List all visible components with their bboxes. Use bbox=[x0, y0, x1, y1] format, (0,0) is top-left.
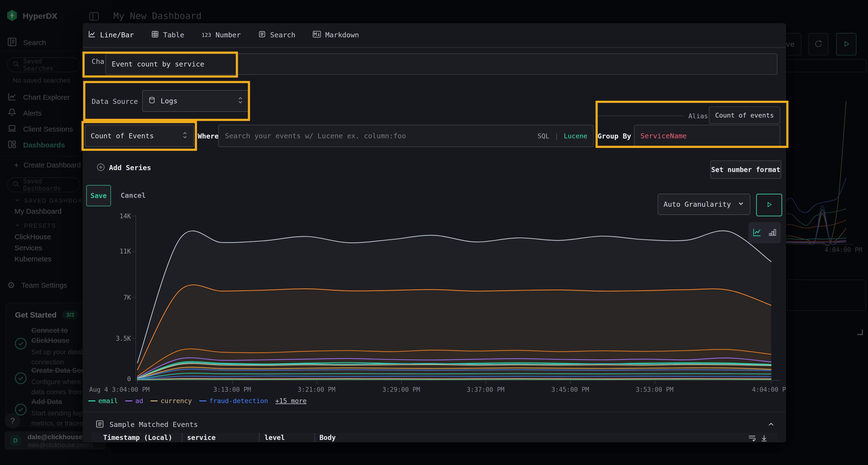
column-header-body[interactable]: Body bbox=[319, 434, 336, 442]
column-separator[interactable] bbox=[259, 433, 260, 442]
y-tick-mark bbox=[132, 297, 136, 298]
line-chart-icon bbox=[88, 30, 96, 40]
legend-swatch bbox=[125, 400, 132, 401]
where-input[interactable] bbox=[224, 132, 529, 140]
x-tick-mark bbox=[655, 381, 655, 384]
x-tick-label: 3:29:00 PM bbox=[372, 386, 430, 393]
column-separator[interactable] bbox=[182, 433, 183, 442]
y-tick-mark bbox=[132, 216, 136, 217]
lucene-mode-button[interactable]: Lucene bbox=[564, 132, 587, 140]
table-header-row: Timestamp (Local) service level Body bbox=[91, 433, 777, 442]
chart-legend: email ad currency fraud-detection +15 mo… bbox=[88, 397, 307, 404]
annotation-box-chart-name bbox=[83, 52, 238, 77]
x-tick-mark bbox=[570, 381, 571, 384]
x-tick-label: 3:53:00 PM bbox=[626, 386, 684, 393]
annotation-box-groupby bbox=[595, 101, 788, 148]
y-tick-label: 14K bbox=[112, 212, 131, 220]
legend-item-currency[interactable]: currency bbox=[151, 397, 192, 404]
text-wrap-icon[interactable] bbox=[748, 434, 756, 442]
column-separator[interactable] bbox=[314, 433, 315, 442]
x-tick-label: 3:13:00 PM bbox=[203, 386, 261, 393]
x-tick-mark bbox=[317, 381, 317, 384]
list-doc-icon bbox=[95, 420, 104, 429]
x-tick-mark bbox=[232, 381, 233, 384]
annotation-box-data-source bbox=[83, 81, 250, 121]
x-tick-label: 3:45:00 PM bbox=[541, 386, 599, 393]
x-tick-mark bbox=[486, 381, 486, 384]
column-header-service[interactable]: service bbox=[187, 434, 216, 442]
set-number-format-button[interactable]: Set number format bbox=[710, 161, 781, 179]
markdown-icon bbox=[313, 31, 321, 39]
save-button[interactable]: Save bbox=[86, 185, 111, 206]
column-header-level[interactable]: level bbox=[265, 434, 285, 442]
tab-bar: Line/Bar Table 123 Number Search Markdow… bbox=[88, 23, 359, 48]
x-tick-mark bbox=[401, 381, 402, 384]
main-chart bbox=[135, 211, 786, 384]
legend-item-fraud-detection[interactable]: fraud-detection bbox=[199, 397, 268, 404]
tab-table[interactable]: Table bbox=[151, 23, 184, 47]
y-axis-line bbox=[135, 214, 136, 380]
y-tick-mark bbox=[132, 251, 136, 252]
y-tick-label: 3.5K bbox=[107, 335, 131, 342]
tab-number[interactable]: 123 Number bbox=[202, 23, 241, 47]
table-icon bbox=[151, 30, 159, 40]
x-tick-mark bbox=[771, 381, 771, 384]
sample-events-header[interactable]: Sample Matched Events bbox=[95, 420, 198, 429]
where-label: Where bbox=[198, 132, 219, 140]
tab-markdown[interactable]: Markdown bbox=[313, 23, 359, 47]
x-tick-mark bbox=[137, 381, 138, 384]
cancel-button[interactable]: Cancel bbox=[121, 191, 146, 199]
collapse-section-icon[interactable] bbox=[767, 420, 775, 429]
legend-item-ad[interactable]: ad bbox=[125, 397, 143, 404]
number-123-icon: 123 bbox=[202, 32, 211, 38]
y-tick-label: 0 bbox=[112, 375, 131, 383]
download-icon[interactable] bbox=[760, 434, 768, 442]
add-series-button[interactable]: Add Series bbox=[96, 163, 151, 172]
tab-bar-divider bbox=[83, 47, 786, 48]
x-tick-label: Aug 4 3:04:00 PM bbox=[89, 386, 200, 393]
chevron-down-icon bbox=[737, 200, 745, 209]
legend-item-email[interactable]: email bbox=[88, 397, 118, 404]
where-input-wrap[interactable]: SQL | Lucene bbox=[218, 125, 594, 147]
annotation-box-aggregation bbox=[82, 121, 197, 151]
section-divider bbox=[83, 411, 786, 412]
x-tick-label: 3:37:00 PM bbox=[457, 386, 515, 393]
y-tick-label: 7K bbox=[112, 294, 131, 301]
x-tick-label: 3:21:00 PM bbox=[288, 386, 345, 393]
sql-mode-button[interactable]: SQL bbox=[537, 132, 549, 140]
y-tick-label: 11K bbox=[112, 248, 131, 255]
column-header-timestamp[interactable]: Timestamp (Local) bbox=[103, 434, 173, 442]
legend-swatch bbox=[88, 400, 95, 401]
legend-swatch bbox=[199, 400, 207, 401]
x-tick-label: 4:04:00 PM bbox=[742, 386, 786, 393]
legend-swatch bbox=[151, 400, 158, 401]
tab-line-bar[interactable]: Line/Bar bbox=[88, 23, 134, 48]
play-icon bbox=[766, 201, 773, 209]
legend-more-button[interactable]: +15 more bbox=[275, 397, 307, 404]
tab-search[interactable]: Search bbox=[258, 23, 296, 47]
y-tick-mark bbox=[132, 338, 136, 339]
mode-divider: | bbox=[555, 132, 558, 140]
plus-circle-icon bbox=[96, 163, 105, 172]
list-doc-icon bbox=[258, 30, 266, 40]
